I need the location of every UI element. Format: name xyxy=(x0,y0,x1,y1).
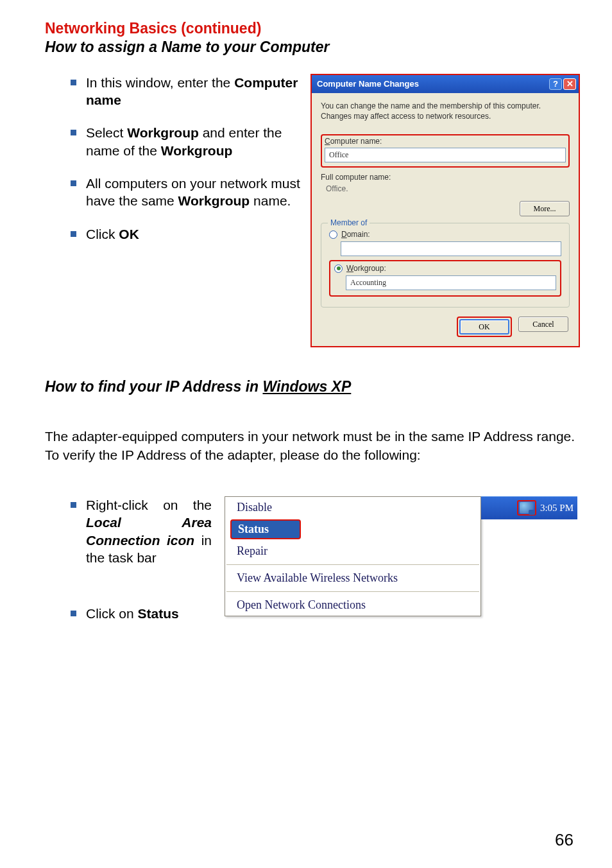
member-of-legend: Member of xyxy=(328,218,370,227)
menu-open-connections[interactable]: Open Network Connections xyxy=(225,595,480,616)
workgroup-highlight: Workgroup: xyxy=(329,260,561,297)
menu-separator xyxy=(226,564,479,565)
context-menu: Disable Status Repair View Available Wir… xyxy=(225,496,481,616)
domain-label: Domain: xyxy=(341,230,370,239)
instruction-list-top: In this window, enter the Computer name … xyxy=(45,74,310,347)
workgroup-radio[interactable] xyxy=(334,265,343,273)
dialog-title: Computer Name Changes xyxy=(317,79,419,89)
list-item: Select Workgroup and enter the name of t… xyxy=(71,124,310,159)
ok-button[interactable]: OK xyxy=(459,319,509,334)
cancel-button[interactable]: Cancel xyxy=(518,317,568,332)
list-item: Right-click on the Local Area Connection… xyxy=(71,496,212,566)
ip-paragraph: The adapter-equipped computers in your n… xyxy=(45,428,580,464)
domain-radio[interactable] xyxy=(329,230,337,239)
close-icon[interactable]: ✕ xyxy=(563,78,576,90)
domain-input[interactable] xyxy=(341,241,561,256)
member-of-group: Member of Domain: Workgroup: xyxy=(321,223,570,308)
heading-find-ip: How to find your IP Address in Windows X… xyxy=(45,378,580,395)
help-icon[interactable]: ? xyxy=(549,78,562,90)
computer-name-input[interactable] xyxy=(325,148,566,162)
menu-separator xyxy=(226,591,479,592)
list-item: Click OK xyxy=(71,225,310,243)
computer-name-label: Computer name: xyxy=(325,137,566,146)
system-tray: 3:05 PM xyxy=(481,496,577,519)
workgroup-input[interactable] xyxy=(346,275,556,290)
dialog-description: You can change the name and the membersh… xyxy=(321,101,570,121)
menu-status[interactable]: Status xyxy=(230,519,301,539)
menu-view-networks[interactable]: View Available Wireless Networks xyxy=(225,568,480,589)
network-tray-icon[interactable] xyxy=(520,502,534,514)
more-button[interactable]: More... xyxy=(520,201,570,216)
menu-disable[interactable]: Disable xyxy=(225,497,480,518)
page-number: 66 xyxy=(555,830,574,850)
menu-repair[interactable]: Repair xyxy=(225,541,480,562)
list-item: Click on Status xyxy=(71,605,212,622)
list-item: In this window, enter the Computer name xyxy=(71,74,310,109)
workgroup-label: Workgroup: xyxy=(346,264,386,273)
full-computer-name-label: Full computer name: xyxy=(321,173,570,182)
dialog-titlebar: Computer Name Changes ? ✕ xyxy=(312,75,579,93)
heading-networking-basics: Networking Basics (continued) xyxy=(45,19,580,39)
computer-name-changes-dialog: Computer Name Changes ? ✕ You can change… xyxy=(310,74,580,347)
tray-clock: 3:05 PM xyxy=(540,503,574,514)
list-item: All computers on your network must have … xyxy=(71,175,310,210)
network-icon-highlight xyxy=(517,500,536,516)
full-computer-name-value: Office. xyxy=(321,184,570,193)
heading-assign-name: How to assign a Name to your Computer xyxy=(45,39,580,56)
instruction-list-bottom: Right-click on the Local Area Connection… xyxy=(71,496,212,661)
computer-name-highlight: Computer name: xyxy=(321,134,570,168)
ok-highlight: OK xyxy=(457,317,512,337)
